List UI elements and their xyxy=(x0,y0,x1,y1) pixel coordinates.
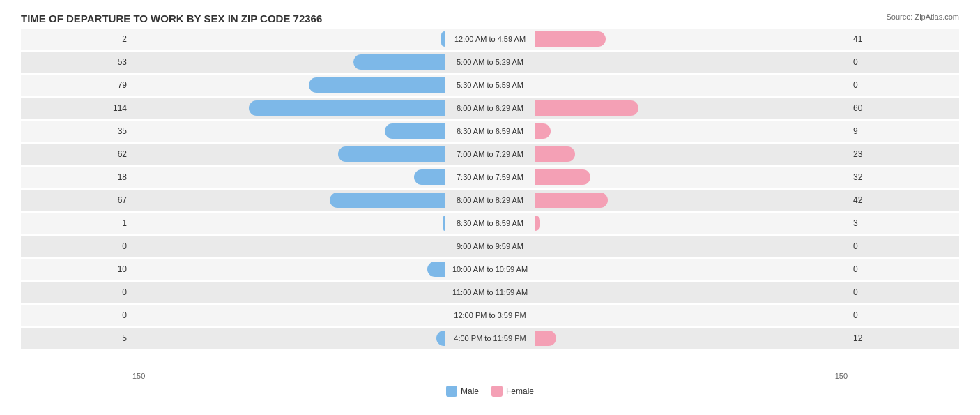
female-bar xyxy=(535,331,556,346)
female-value: 23 xyxy=(848,149,959,159)
legend-male-label: Male xyxy=(461,386,479,396)
bars-center: 7:30 AM to 7:59 AM xyxy=(132,167,848,188)
female-bar-wrap xyxy=(490,331,556,346)
male-bar-wrap xyxy=(443,216,490,231)
male-value: 10 xyxy=(21,264,132,274)
chart-row: 356:30 AM to 6:59 AM9 xyxy=(21,121,959,142)
bars-center: 10:00 AM to 10:59 AM xyxy=(132,259,848,280)
male-bar xyxy=(443,216,445,231)
axis-right: 150 xyxy=(835,372,848,380)
male-bar xyxy=(385,123,445,139)
female-bar xyxy=(535,31,606,47)
source-label: Source: ZipAtlas.com xyxy=(886,13,959,21)
chart-row: 011:00 AM to 11:59 AM0 xyxy=(21,282,959,303)
male-bar-wrap xyxy=(353,54,490,70)
chart-container: TIME OF DEPARTURE TO WORK BY SEX IN ZIP … xyxy=(0,0,980,415)
bars-center: 7:00 AM to 7:29 AM xyxy=(132,144,848,165)
male-value: 2 xyxy=(21,34,132,44)
bars-center: 6:30 AM to 6:59 AM xyxy=(132,121,848,142)
male-value: 53 xyxy=(21,57,132,67)
chart-row: 535:00 AM to 5:29 AM0 xyxy=(21,52,959,73)
chart-row: 627:00 AM to 7:29 AM23 xyxy=(21,144,959,165)
male-value: 18 xyxy=(21,172,132,182)
chart-row: 187:30 AM to 7:59 AM32 xyxy=(21,167,959,188)
bars-center: 8:30 AM to 8:59 AM xyxy=(132,213,848,234)
male-bar-wrap xyxy=(445,308,490,323)
female-bar-wrap xyxy=(490,285,535,300)
female-bar xyxy=(535,216,540,231)
female-value: 0 xyxy=(848,241,959,251)
female-bar-wrap xyxy=(490,169,590,185)
male-bar xyxy=(338,146,445,162)
male-value: 0 xyxy=(21,287,132,297)
chart-title: TIME OF DEPARTURE TO WORK BY SEX IN ZIP … xyxy=(21,13,959,24)
male-value: 62 xyxy=(21,149,132,159)
female-bar-wrap xyxy=(490,54,535,70)
female-value: 60 xyxy=(848,103,959,113)
female-bar-wrap xyxy=(490,193,608,208)
male-value: 114 xyxy=(21,103,132,113)
female-bar-wrap xyxy=(490,31,606,47)
bars-center: 12:00 PM to 3:59 PM xyxy=(132,305,848,326)
female-value: 0 xyxy=(848,264,959,274)
female-value: 9 xyxy=(848,126,959,136)
female-bar xyxy=(535,169,590,185)
chart-row: 678:00 AM to 8:29 AM42 xyxy=(21,190,959,211)
female-value: 0 xyxy=(848,287,959,297)
female-bar-wrap xyxy=(490,262,535,277)
female-value: 42 xyxy=(848,195,959,205)
bars-center: 6:00 AM to 6:29 AM xyxy=(132,98,848,119)
male-bar-wrap xyxy=(441,31,490,47)
legend-male: Male xyxy=(446,386,479,397)
male-bar xyxy=(427,262,445,277)
female-bar xyxy=(535,193,608,208)
bars-center: 5:00 AM to 5:29 AM xyxy=(132,52,848,73)
male-value: 67 xyxy=(21,195,132,205)
male-bar xyxy=(330,193,445,208)
legend-male-box xyxy=(446,386,457,397)
chart-row: 09:00 AM to 9:59 AM0 xyxy=(21,236,959,257)
male-bar-wrap xyxy=(385,123,490,139)
male-bar xyxy=(353,54,445,70)
male-bar-wrap xyxy=(436,331,490,346)
male-bar-wrap xyxy=(338,146,490,162)
male-bar xyxy=(414,169,445,185)
female-bar xyxy=(535,146,575,162)
male-bar-wrap xyxy=(414,169,490,185)
chart-row: 54:00 PM to 11:59 PM12 xyxy=(21,328,959,349)
female-bar xyxy=(535,100,638,116)
axis-labels: 150 150 xyxy=(21,372,848,380)
chart-row: 1146:00 AM to 6:29 AM60 xyxy=(21,98,959,119)
male-bar xyxy=(249,100,445,116)
chart-row: 012:00 PM to 3:59 PM0 xyxy=(21,305,959,326)
female-value: 0 xyxy=(848,80,959,90)
female-bar-wrap xyxy=(490,146,575,162)
female-value: 41 xyxy=(848,34,959,44)
male-bar xyxy=(309,77,445,93)
male-bar-wrap xyxy=(427,262,490,277)
male-value: 5 xyxy=(21,333,132,343)
legend-female-box xyxy=(491,386,503,397)
male-value: 0 xyxy=(21,310,132,320)
chart-row: 1010:00 AM to 10:59 AM0 xyxy=(21,259,959,280)
bars-center: 4:00 PM to 11:59 PM xyxy=(132,328,848,349)
bars-center: 12:00 AM to 4:59 AM xyxy=(132,29,848,50)
bars-center: 8:00 AM to 8:29 AM xyxy=(132,190,848,211)
legend: Male Female xyxy=(21,386,959,397)
female-bar-wrap xyxy=(490,100,638,116)
male-bar xyxy=(441,31,445,47)
male-bar xyxy=(436,331,445,346)
female-bar xyxy=(535,123,551,139)
female-value: 32 xyxy=(848,172,959,182)
male-value: 0 xyxy=(21,241,132,251)
female-value: 0 xyxy=(848,310,959,320)
female-bar-wrap xyxy=(490,216,540,231)
legend-female-label: Female xyxy=(506,386,534,396)
male-value: 1 xyxy=(21,218,132,228)
female-bar-wrap xyxy=(490,239,535,254)
female-value: 12 xyxy=(848,333,959,343)
male-value: 79 xyxy=(21,80,132,90)
female-bar-wrap xyxy=(490,308,535,323)
male-bar-wrap xyxy=(445,285,490,300)
female-value: 0 xyxy=(848,57,959,67)
